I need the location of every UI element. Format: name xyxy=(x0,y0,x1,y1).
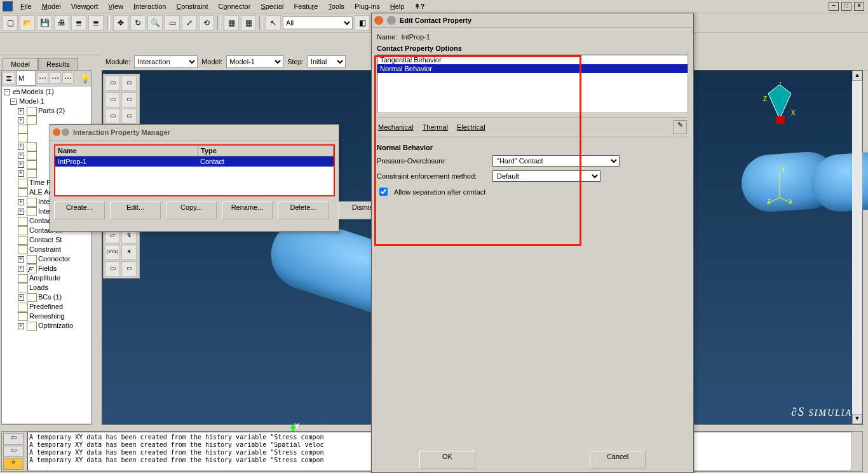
ecp-close-icon[interactable] xyxy=(374,16,383,25)
menu-bar: FFileile Model Viewport View Interaction… xyxy=(0,0,868,13)
msg-btn1[interactable]: ▭ xyxy=(3,433,24,445)
module-select[interactable]: Interaction xyxy=(134,55,198,68)
ecp-cem-label: Constraint enforcement method: xyxy=(377,172,489,180)
menu-viewport[interactable]: Viewport xyxy=(66,1,104,11)
xyz-icon[interactable]: (XYZ) xyxy=(105,245,120,260)
menu-file[interactable]: FFileile xyxy=(15,1,37,11)
menu-interaction[interactable]: Interaction xyxy=(128,1,171,11)
constraint-manager-icon[interactable]: ▭ xyxy=(121,109,137,124)
ipm-col-name: Name xyxy=(55,146,198,156)
ecp-cancel-button[interactable]: Cancel xyxy=(590,451,646,469)
ecp-titlebar[interactable]: Edit Contact Property xyxy=(372,13,693,28)
ti-b[interactable]: ▭ xyxy=(121,261,137,277)
msg-prompt-icon[interactable]: » xyxy=(3,458,24,470)
ipm-delete-button[interactable]: Delete... xyxy=(278,202,329,219)
msg-btn2[interactable]: ▭ xyxy=(3,446,24,458)
ecp-pressure-overclosure-select[interactable]: "Hard" Contact xyxy=(492,155,620,167)
zoom-icon[interactable]: 🔍 xyxy=(147,15,163,31)
bulb-icon[interactable]: 💡 xyxy=(80,74,90,83)
svg-text:Z: Z xyxy=(767,198,771,204)
open-icon[interactable]: 📂 xyxy=(20,15,35,31)
ipm-table[interactable]: NameType IntProp-1Contact xyxy=(54,144,335,196)
interaction-property-manager-dialog: Interaction Property Manager NameType In… xyxy=(50,124,339,232)
new-icon[interactable]: ▢ xyxy=(3,15,18,31)
tree-tb1-icon[interactable]: ⋯ xyxy=(37,72,48,84)
zoombox-icon[interactable]: ▭ xyxy=(165,15,180,31)
ipm-rename-button[interactable]: Rename... xyxy=(222,202,273,219)
ecp-allow-separation-checkbox[interactable] xyxy=(379,188,388,196)
tree-db-icon[interactable]: ≣ xyxy=(3,72,15,85)
rotate-icon[interactable]: ↻ xyxy=(130,15,146,31)
viewport-v-scrollbar[interactable]: ▲▼ xyxy=(852,71,862,424)
ecp-tab-thermal[interactable]: Thermal xyxy=(423,123,448,131)
tab-model[interactable]: Model xyxy=(3,58,38,70)
constraint-create-icon[interactable]: ▭ xyxy=(105,109,120,124)
cycle-icon[interactable]: ⟲ xyxy=(199,15,214,31)
db-icon[interactable]: ≣ xyxy=(71,15,86,31)
ecp-options-group-label: Contact Property Options xyxy=(377,45,688,52)
pan-icon[interactable]: ✥ xyxy=(113,15,128,31)
ipm-title: Interaction Property Manager xyxy=(73,128,170,136)
grid2-icon[interactable]: ▦ xyxy=(241,15,256,31)
prop-manager-icon[interactable]: ▭ xyxy=(121,92,137,107)
model-select[interactable]: Model-1 xyxy=(226,55,283,68)
msg-v-scrollbar[interactable] xyxy=(852,432,862,471)
ecp-ok-button[interactable]: OK xyxy=(419,451,475,469)
ipm-cell-name: IntProp-1 xyxy=(55,156,198,167)
save-icon[interactable]: 💾 xyxy=(37,15,52,31)
menu-feature[interactable]: Feature xyxy=(288,1,323,11)
db2-icon[interactable]: ≣ xyxy=(88,15,104,31)
prop-create-icon[interactable]: ▭ xyxy=(105,92,120,107)
fit-icon[interactable]: ⤢ xyxy=(182,15,197,31)
help-pointer-icon[interactable]: ↟? xyxy=(409,1,430,12)
print-icon[interactable]: 🖶 xyxy=(54,15,69,31)
menu-constraint[interactable]: Constraint xyxy=(171,1,213,11)
ecp-constraint-method-select[interactable]: Default xyxy=(492,170,600,182)
menu-model[interactable]: Model xyxy=(37,1,66,11)
svg-text:X: X xyxy=(791,109,796,116)
ecp-category-tabs: Mechanical Thermal Electrical ✎ xyxy=(377,117,688,137)
s1-icon[interactable]: ◧ xyxy=(355,15,370,31)
tree-tb2-icon[interactable]: ⋯ xyxy=(50,72,61,84)
tree-tb3-icon[interactable]: ⋯ xyxy=(62,72,74,84)
int-manager-icon[interactable]: ▭ xyxy=(121,76,137,91)
menu-help[interactable]: Help xyxy=(385,1,410,11)
int-create-icon[interactable]: ▭ xyxy=(105,76,120,91)
ecp-tab-mechanical[interactable]: Mechanical xyxy=(378,123,414,131)
ipm-edit-button[interactable]: Edit... xyxy=(110,202,161,219)
tab-results[interactable]: Results xyxy=(38,58,78,70)
tree-item: Fields xyxy=(38,264,57,273)
ecp-edit-icon[interactable]: ✎ xyxy=(673,120,687,134)
tree-model1-label: Model-1 xyxy=(19,97,44,106)
menu-special[interactable]: Special xyxy=(255,1,288,11)
ipm-copy-button[interactable]: Copy... xyxy=(166,202,217,219)
window-max-icon[interactable]: □ xyxy=(841,2,851,11)
menu-connector[interactable]: Connector xyxy=(214,1,256,11)
window-min-icon[interactable]: – xyxy=(829,2,839,11)
grid1-icon[interactable]: ▦ xyxy=(224,15,239,31)
menu-tools[interactable]: Tools xyxy=(323,1,349,11)
tree-item: Connector xyxy=(38,254,71,264)
partition-icon[interactable]: ✶ xyxy=(121,245,137,260)
ecp-opt-tangential[interactable]: Tangential Behavior xyxy=(377,55,688,64)
model-tree-panel: ≣ ⋯ ⋯ ⋯ 💡 −🗃 Models (1) −Model-1 + Parts… xyxy=(1,70,92,425)
ipm-min-icon[interactable] xyxy=(62,128,69,136)
ecp-opt-normal[interactable]: Normal Behavior xyxy=(377,64,688,73)
ti-a[interactable]: ▭ xyxy=(105,261,120,277)
step-select[interactable]: Initial xyxy=(308,55,346,68)
menu-view[interactable]: View xyxy=(103,1,128,11)
tree-filter-input[interactable] xyxy=(17,71,36,86)
ipm-row-selected[interactable]: IntProp-1Contact xyxy=(55,156,334,167)
selection-mode-select[interactable]: All xyxy=(283,17,353,29)
window-close-icon[interactable]: × xyxy=(854,2,864,11)
ipm-create-button[interactable]: Create... xyxy=(54,202,105,219)
ecp-options-list[interactable]: Tangential Behavior Normal Behavior xyxy=(377,55,688,113)
tree-item: Loads xyxy=(29,283,48,292)
ecp-min-icon[interactable] xyxy=(387,16,396,25)
ecp-tab-electrical[interactable]: Electrical xyxy=(457,123,485,131)
tree-item: Optimizatio xyxy=(38,321,73,331)
pointer-icon[interactable]: ↖ xyxy=(266,15,281,31)
menu-plugins[interactable]: Plug-ins xyxy=(349,1,385,11)
ipm-close-icon[interactable] xyxy=(53,128,60,136)
ipm-titlebar[interactable]: Interaction Property Manager xyxy=(50,125,339,141)
